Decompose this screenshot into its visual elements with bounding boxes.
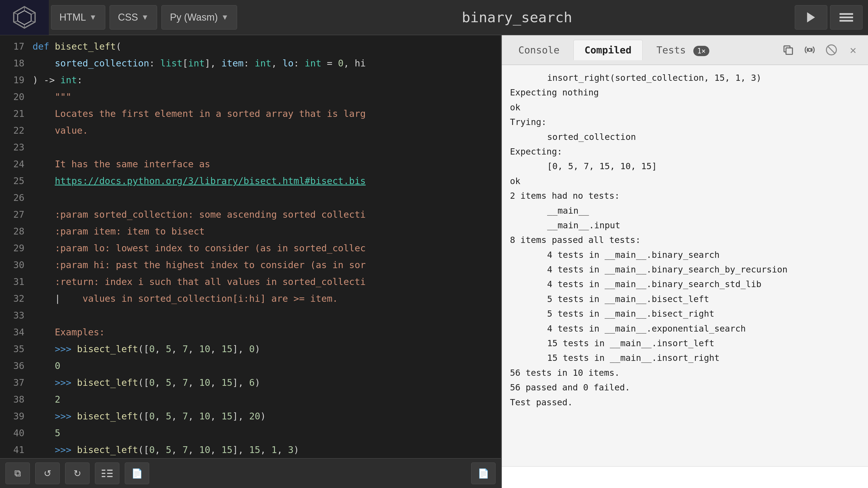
undo-button[interactable]: ↺: [35, 462, 60, 484]
undo-icon: ↺: [44, 468, 51, 479]
list-item: 4 tests in __main__.binary_search_by_rec…: [510, 262, 860, 277]
list-item: 5 tests in __main__.bisect_right: [510, 306, 860, 321]
svg-point-19: [808, 48, 811, 52]
list-item: insort_right(sorted_collection, 15, 1, 3…: [510, 70, 860, 85]
logo-area: [0, 0, 49, 35]
doc-button[interactable]: 📄: [471, 462, 496, 484]
table-row: 30 :param hi: past the highest index to …: [0, 257, 501, 273]
copy-tab-button[interactable]: [778, 40, 798, 59]
table-row: 22 value.: [0, 122, 501, 139]
py-label: Py (Wasm): [170, 12, 218, 23]
code-panel: 17 def bisect_left( 18 sorted_collection…: [0, 35, 502, 488]
list-item: __main__.input: [510, 218, 860, 233]
list-item: 15 tests in __main__.insort_right: [510, 351, 860, 365]
css-dropdown-arrow: ▼: [141, 13, 149, 22]
table-row: 40 5: [0, 425, 501, 442]
list-item: Expecting:: [510, 144, 860, 159]
table-row: 29 :param lo: lowest index to consider (…: [0, 240, 501, 257]
html-dropdown-arrow: ▼: [89, 13, 97, 22]
doc-icon: 📄: [478, 468, 489, 479]
table-row: 24 It has the same interface as: [0, 156, 501, 172]
table-row: 35 >>> bisect_left([0, 5, 7, 10, 15], 0): [0, 340, 501, 357]
table-row: 21 Locates the first element in a sorted…: [0, 105, 501, 122]
table-row: 20 """: [0, 88, 501, 105]
list-item: 56 passed and 0 failed.: [510, 380, 860, 395]
block-icon: [826, 44, 837, 56]
table-row: 27 :param sorted_collection: some ascend…: [0, 206, 501, 223]
svg-marker-8: [807, 12, 815, 23]
broadcast-icon: [804, 44, 816, 56]
redo-icon: ↻: [73, 468, 81, 479]
tab-console[interactable]: Console: [507, 40, 571, 60]
broadcast-tab-button[interactable]: [800, 40, 819, 59]
run-button[interactable]: [795, 5, 827, 30]
table-row: 37 >>> bisect_left([0, 5, 7, 10, 15], 6): [0, 374, 501, 391]
list-item: 5 tests in __main__.bisect_left: [510, 292, 860, 306]
copy-icon: ⧉: [14, 468, 21, 479]
console-input-bar: [502, 466, 868, 488]
table-row: 18 sorted_collection: list[int], item: i…: [0, 55, 501, 72]
list-item: 2 items had no tests:: [510, 188, 860, 203]
save-button[interactable]: 📄: [125, 462, 149, 484]
block-tab-button[interactable]: [822, 40, 841, 59]
list-item: 4 tests in __main__.binary_search: [510, 248, 860, 262]
bottom-toolbar: ⧉ ↺ ↻ 📄: [0, 458, 501, 488]
title-area: binary_search: [239, 9, 795, 26]
code-area: 17 def bisect_left( 18 sorted_collection…: [0, 35, 501, 458]
hamburger-icon: [839, 12, 853, 23]
table-row: 19 ) -> int:: [0, 72, 501, 88]
copy-tab-icon: [782, 44, 794, 56]
logo-icon: [12, 5, 37, 30]
page-title: binary_search: [462, 9, 572, 26]
svg-rect-18: [786, 48, 793, 55]
list-item: Test passed.: [510, 395, 860, 410]
list-item: 15 tests in __main__.insort_left: [510, 336, 860, 351]
main-content: 17 def bisect_left( 18 sorted_collection…: [0, 35, 868, 488]
table-row: 32 | values in sorted_collection[i:hi] a…: [0, 290, 501, 307]
table-row: 23: [0, 139, 501, 156]
menu-button[interactable]: [830, 5, 863, 30]
table-row: 31 :return: index i such that all values…: [0, 273, 501, 290]
py-dropdown[interactable]: Py (Wasm) ▼: [161, 5, 237, 30]
list-item: Expecting nothing: [510, 85, 860, 100]
table-row: 36 0: [0, 357, 501, 374]
close-icon: ✕: [850, 44, 856, 56]
right-panel: Console Compiled Tests 1×: [502, 35, 868, 488]
list-item: 4 tests in __main__.binary_search_std_li…: [510, 277, 860, 291]
list-button[interactable]: [95, 462, 119, 484]
tab-compiled[interactable]: Compiled: [574, 40, 643, 60]
tests-badge: 1×: [693, 46, 709, 56]
console-input[interactable]: [507, 472, 863, 483]
table-row: 41 >>> bisect_left([0, 5, 7, 10, 15], 15…: [0, 442, 501, 458]
tab-tests[interactable]: Tests 1×: [645, 40, 720, 60]
play-icon: [804, 10, 818, 24]
list-icon: [102, 468, 113, 478]
list-item: __main__: [510, 203, 860, 218]
save-icon: 📄: [131, 468, 143, 479]
list-item: 4 tests in __main__.exponential_search: [510, 321, 860, 336]
close-tab-button[interactable]: ✕: [844, 40, 863, 59]
list-item: ok: [510, 174, 860, 188]
py-dropdown-arrow: ▼: [221, 13, 229, 22]
table-row: 17 def bisect_left(: [0, 38, 501, 55]
list-item: [0, 5, 7, 15, 10, 15]: [510, 159, 860, 173]
table-row: 34 Examples:: [0, 324, 501, 340]
table-row: 28 :param item: item to bisect: [0, 223, 501, 240]
table-row: 33: [0, 307, 501, 324]
list-item: sorted_collection: [510, 130, 860, 144]
html-dropdown[interactable]: HTML ▼: [51, 5, 105, 30]
console-output[interactable]: insort_right(sorted_collection, 15, 1, 3…: [502, 65, 868, 466]
html-label: HTML: [59, 12, 86, 23]
redo-button[interactable]: ↻: [65, 462, 90, 484]
list-item: 8 items passed all tests:: [510, 233, 860, 247]
tabs-bar: Console Compiled Tests 1×: [502, 35, 868, 65]
table-row: 39 >>> bisect_left([0, 5, 7, 10, 15], 20…: [0, 408, 501, 425]
css-dropdown[interactable]: CSS ▼: [110, 5, 157, 30]
svg-line-21: [828, 46, 835, 54]
css-label: CSS: [118, 12, 138, 23]
copy-button[interactable]: ⧉: [5, 462, 30, 484]
list-item: ok: [510, 100, 860, 115]
list-item: 56 tests in 10 items.: [510, 365, 860, 380]
table-row: 38 2: [0, 391, 501, 408]
svg-marker-1: [18, 10, 31, 25]
